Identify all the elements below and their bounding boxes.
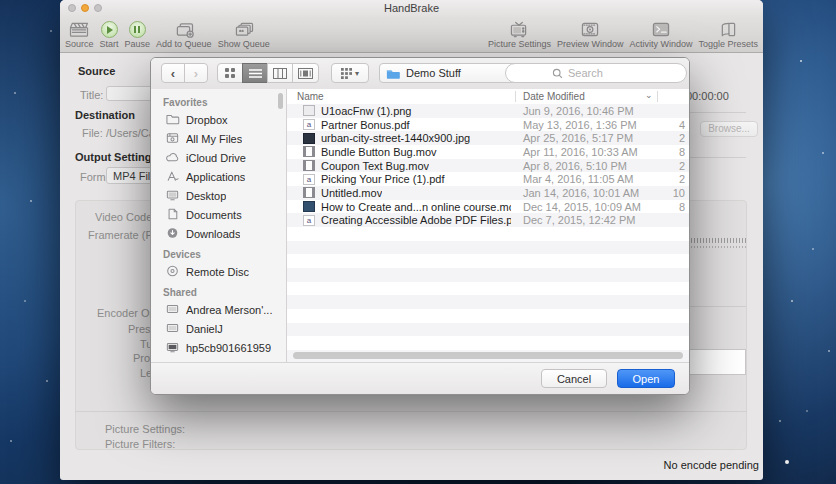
- duration-value: 00:00:00: [686, 90, 729, 102]
- path-dropdown-label: Demo Stuff: [406, 67, 518, 79]
- file-row-bundle-button-bug-mov[interactable]: Bundle Button Bug.movApr 11, 2016, 10:33…: [287, 145, 689, 159]
- sidebar-scrollbar[interactable]: [278, 93, 283, 109]
- column-header-name[interactable]: Name: [297, 91, 324, 102]
- folder-blue-icon: [386, 68, 400, 79]
- sidebar-item-remote-disc[interactable]: Remote Disc: [151, 262, 286, 281]
- toolbar-show-queue[interactable]: Show Queue: [215, 18, 273, 52]
- column-view-button[interactable]: [267, 63, 293, 83]
- jpeg-icon: [303, 133, 315, 144]
- toolbar-label: Show Queue: [218, 39, 270, 49]
- tv-icon: [507, 20, 531, 39]
- coverflow-view-button[interactable]: [292, 63, 319, 83]
- column-separator[interactable]: [515, 91, 516, 102]
- sidebar-item-label: DanielJ: [186, 323, 223, 335]
- file-row-urban-city-street-1440x900-jpg[interactable]: urban-city-street-1440x900.jpgApr 25, 20…: [287, 131, 689, 145]
- toolbar-picture-settings[interactable]: Picture Settings: [485, 18, 554, 52]
- file-row-partner-bonus-pdf[interactable]: aPartner Bonus.pdfMay 13, 2016, 1:36 PM4: [287, 118, 689, 132]
- browse-button[interactable]: Browse...: [700, 121, 758, 137]
- chevron-right-icon: ›: [194, 66, 198, 81]
- empty-row: [287, 282, 689, 296]
- movie-thumb-icon: [303, 201, 315, 212]
- toolbar-add-to-queue[interactable]: Add to Queue: [153, 18, 215, 52]
- file-date-modified: Mar 4, 2016, 11:05 AM: [523, 173, 633, 185]
- toolbar-preview-window[interactable]: Preview Window: [554, 18, 627, 52]
- folder-icon: [165, 113, 180, 127]
- toolbar-activity-window[interactable]: Activity Window: [626, 18, 695, 52]
- file-size-partial: 4: [659, 119, 685, 131]
- pdf-icon: a: [303, 215, 315, 226]
- file-row-untitled-mov[interactable]: Untitled.movJan 14, 2016, 10:01 AM10: [287, 186, 689, 200]
- sidebar-item-label: iCloud Drive: [186, 152, 246, 164]
- file-row-u1oacfnw-1-png[interactable]: U1oacFnw (1).pngJun 9, 2016, 10:46 PM: [287, 104, 689, 118]
- search-input[interactable]: [566, 66, 640, 80]
- sidebar-item-label: Andrea Merson'...: [186, 304, 272, 316]
- encoder-extra-options-field[interactable]: [688, 349, 746, 375]
- divider: [688, 157, 746, 158]
- action-grid-icon: [341, 68, 352, 79]
- status-text: No encode pending: [664, 459, 759, 471]
- back-button[interactable]: ‹: [161, 63, 185, 83]
- file-name: urban-city-street-1440x900.jpg: [321, 132, 470, 144]
- dialog-toolbar: ‹ › ▾ Demo Stuff ▲▼: [151, 58, 689, 90]
- list-header: Name Date Modified ⌄: [287, 89, 689, 105]
- sidebar-item-dropbox[interactable]: Dropbox: [151, 110, 286, 129]
- sort-chevron-icon[interactable]: ⌄: [645, 90, 653, 100]
- sidebar-item-danielj[interactable]: DanielJ: [151, 319, 286, 338]
- sidebar-item-downloads[interactable]: Downloads: [151, 224, 286, 243]
- file-name: Creating Accessible Adobe PDF Files.pdf: [321, 214, 511, 226]
- file-name: Coupon Text Bug.mov: [321, 160, 429, 172]
- forward-button[interactable]: ›: [184, 63, 208, 83]
- file-date-modified: Jan 14, 2016, 10:01 AM: [523, 187, 639, 199]
- file-row-creating-accessible-adobe-pdf-files-pdf[interactable]: aCreating Accessible Adobe PDF Files.pdf…: [287, 213, 689, 227]
- open-button[interactable]: Open: [617, 369, 675, 388]
- empty-row: [287, 336, 689, 350]
- picture-filters-label: Picture Filters:: [105, 438, 175, 450]
- dialog-sidebar: FavoritesDropboxAll My FilesiCloud Drive…: [151, 89, 287, 362]
- action-menu-button[interactable]: ▾: [331, 63, 369, 83]
- sidebar-item-documents[interactable]: Documents: [151, 205, 286, 224]
- file-name: How to Create and...n online course.mov: [321, 201, 511, 213]
- toolbar-label: Activity Window: [629, 39, 692, 49]
- list-view-button[interactable]: [242, 63, 268, 83]
- file-size-partial: 8: [659, 201, 685, 213]
- file-name: Untitled.mov: [321, 187, 382, 199]
- sidebar-item-icloud-drive[interactable]: iCloud Drive: [151, 148, 286, 167]
- sidebar-item-applications[interactable]: Applications: [151, 167, 286, 186]
- applications-icon: [165, 170, 180, 184]
- picture-settings-label: Picture Settings:: [105, 423, 185, 435]
- file-date-modified: Jun 9, 2016, 10:46 PM: [523, 105, 634, 117]
- horizontal-scrollbar[interactable]: [293, 352, 683, 359]
- toolbar-source[interactable]: Source: [62, 18, 97, 52]
- file-date-modified: Dec 14, 2015, 10:09 AM: [523, 201, 641, 213]
- cancel-button[interactable]: Cancel: [541, 369, 607, 388]
- column-header-date-modified[interactable]: Date Modified: [523, 91, 585, 102]
- toolbar-start[interactable]: Start: [97, 18, 122, 52]
- toolbar-label: Picture Settings: [488, 39, 551, 49]
- file-size-partial: 8: [659, 146, 685, 158]
- column-separator[interactable]: [657, 91, 658, 102]
- sidebar-item-andrea-merson[interactable]: Andrea Merson'...: [151, 300, 286, 319]
- icon-view-button[interactable]: [217, 63, 243, 83]
- file-row-picking-your-price-1-pdf[interactable]: aPicking Your Price (1).pdfMar 4, 2016, …: [287, 172, 689, 186]
- film-eye-icon: [578, 20, 602, 39]
- sidebar-item-label: Documents: [186, 209, 242, 221]
- sidebar-item-hp5cb901661959[interactable]: hp5cb901661959: [151, 338, 286, 357]
- sidebar-section-devices: Devices: [151, 243, 286, 262]
- file-row-coupon-text-bug-mov[interactable]: Coupon Text Bug.movApr 8, 2016, 5:10 PM2: [287, 159, 689, 173]
- desktop-icon: [165, 189, 180, 203]
- sidebar-item-desktop[interactable]: Desktop: [151, 186, 286, 205]
- file-size-partial: 2: [659, 160, 685, 172]
- file-date-modified: Apr 8, 2016, 5:10 PM: [523, 160, 627, 172]
- sidebar-item-label: Remote Disc: [186, 266, 249, 278]
- desktop-stars: [0, 0, 2, 2]
- disc-icon: [165, 265, 180, 279]
- sidebar-item-label: All My Files: [186, 133, 242, 145]
- toolbar-toggle-presets[interactable]: Toggle Presets: [695, 18, 761, 52]
- toolbar-pause[interactable]: Pause: [122, 18, 154, 52]
- toolbar-label: Source: [65, 39, 94, 49]
- toolbar-label: Start: [100, 39, 119, 49]
- file-row-how-to-create-and-n-online-course-mov[interactable]: How to Create and...n online course.movD…: [287, 200, 689, 214]
- sidebar-item-label: hp5cb901661959: [186, 342, 271, 354]
- search-field[interactable]: [505, 63, 687, 83]
- sidebar-item-all-my-files[interactable]: All My Files: [151, 129, 286, 148]
